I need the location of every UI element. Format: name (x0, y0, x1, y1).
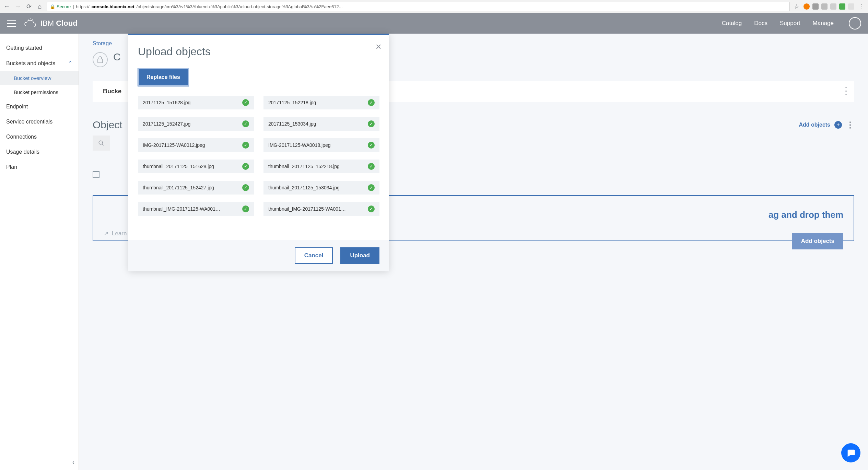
sidebar-item-credentials[interactable]: Service credentials (0, 114, 79, 129)
success-check-icon: ✓ (242, 184, 249, 191)
nav-docs[interactable]: Docs (754, 20, 767, 27)
browser-home-button[interactable]: ⌂ (36, 2, 44, 11)
extension-icon[interactable] (848, 3, 854, 10)
sidebar-collapse-icon[interactable]: ‹ (72, 459, 74, 466)
search-icon[interactable] (93, 136, 110, 151)
browser-back-button[interactable]: ← (3, 2, 11, 11)
file-name: 20171125_153034.jpg (268, 121, 316, 127)
sidebar-item-bucket-overview[interactable]: Bucket overview (0, 71, 79, 85)
file-list: 20171125_151628.jpg✓ 20171125_152218.jpg… (138, 96, 379, 216)
cancel-button[interactable]: Cancel (295, 247, 333, 264)
svg-point-4 (99, 141, 103, 144)
brand[interactable]: IBM Cloud (24, 18, 78, 28)
drop-text-fragment: ag and drop them (769, 210, 843, 220)
sidebar-item-label: Buckets and objects (6, 60, 55, 67)
storage-lock-icon (93, 52, 108, 67)
success-check-icon: ✓ (368, 120, 375, 127)
browser-menu-icon[interactable]: ⋮ (857, 2, 865, 11)
select-all-checkbox[interactable] (93, 171, 99, 178)
secure-indicator: 🔒 Secure (50, 4, 71, 9)
plus-icon[interactable]: + (834, 121, 842, 129)
file-row: thumbnail_20171125_152427.jpg✓ (138, 181, 254, 195)
external-link-icon: ↗ (104, 230, 108, 237)
file-name: thumbnail_20171125_152218.jpg (268, 164, 340, 169)
svg-rect-3 (98, 59, 103, 63)
nav-manage[interactable]: Manage (813, 20, 834, 27)
file-row: 20171125_151628.jpg✓ (138, 96, 254, 109)
file-row: thumbnail_IMG-20171125-WA0018.jpeg✓ (263, 202, 379, 216)
modal-title: Upload objects (138, 45, 379, 58)
lock-icon: 🔒 (50, 4, 55, 9)
storage-title-truncated: C (113, 51, 121, 63)
url-protocol: https:// (76, 4, 90, 9)
extension-icon[interactable] (821, 3, 828, 10)
file-row: thumbnail_IMG-20171125-WA0012.jpeg✓ (138, 202, 254, 216)
success-check-icon: ✓ (368, 163, 375, 170)
file-name: 20171125_151628.jpg (143, 100, 190, 105)
file-name: thumbnail_IMG-20171125-WA0012.jpeg (143, 206, 222, 212)
extension-icons (804, 3, 854, 10)
close-icon[interactable]: ✕ (375, 43, 382, 51)
success-check-icon: ✓ (368, 205, 375, 212)
extension-icon[interactable] (830, 3, 836, 10)
file-name: thumbnail_20171125_152427.jpg (143, 185, 214, 190)
brand-prefix: IBM (40, 19, 54, 27)
chat-fab[interactable] (841, 443, 860, 462)
extension-icon[interactable] (839, 3, 845, 10)
file-row: IMG-20171125-WA0012.jpeg✓ (138, 138, 254, 152)
overflow-menu-icon[interactable]: ⋮ (846, 120, 854, 130)
file-row: thumbnail_20171125_152218.jpg✓ (263, 160, 379, 173)
browser-forward-button[interactable]: → (14, 2, 22, 11)
upload-button[interactable]: Upload (340, 247, 379, 264)
user-avatar[interactable] (849, 17, 861, 30)
replace-files-button[interactable]: Replace files (138, 68, 189, 86)
file-name: thumbnail_20171125_153034.jpg (268, 185, 340, 190)
success-check-icon: ✓ (368, 99, 375, 106)
success-check-icon: ✓ (242, 163, 249, 170)
secure-label: Secure (57, 4, 71, 9)
add-objects-button[interactable]: Add objects (792, 233, 843, 249)
sidebar-item-getting-started[interactable]: Getting started (0, 40, 79, 56)
extension-icon[interactable] (812, 3, 819, 10)
file-row: 20171125_153034.jpg✓ (263, 117, 379, 131)
star-icon[interactable]: ☆ (793, 2, 801, 11)
browser-toolbar: ← → ⟳ ⌂ 🔒 Secure | https:// console.blue… (0, 0, 868, 13)
sidebar-item-buckets[interactable]: Buckets and objects ⌃ (0, 56, 79, 71)
success-check-icon: ✓ (242, 205, 249, 212)
upload-modal: ✕ Upload objects Replace files 20171125_… (128, 34, 389, 271)
file-row: thumbnail_20171125_153034.jpg✓ (263, 181, 379, 195)
extension-icon[interactable] (804, 3, 810, 10)
url-host: console.bluemix.net (92, 4, 134, 9)
ibm-cloud-header: IBM Cloud Catalog Docs Support Manage (0, 13, 868, 34)
bucket-label-truncated: Bucke (103, 88, 121, 95)
file-name: IMG-20171125-WA0012.jpeg (143, 142, 205, 148)
svg-line-5 (102, 144, 104, 145)
hamburger-menu-icon[interactable] (7, 20, 16, 27)
sidebar-item-connections[interactable]: Connections (0, 129, 79, 144)
sidebar: Getting started Buckets and objects ⌃ Bu… (0, 34, 79, 470)
sidebar-item-endpoint[interactable]: Endpoint (0, 99, 79, 114)
file-name: thumbnail_IMG-20171125-WA0018.jpeg (268, 206, 347, 212)
browser-url-bar[interactable]: 🔒 Secure | https:// console.bluemix.net … (47, 2, 790, 11)
file-name: 20171125_152427.jpg (143, 121, 190, 127)
file-row: IMG-20171125-WA0018.jpeg✓ (263, 138, 379, 152)
objects-heading: Object (93, 119, 122, 131)
nav-support[interactable]: Support (780, 20, 800, 27)
browser-reload-button[interactable]: ⟳ (25, 2, 33, 11)
nav-catalog[interactable]: Catalog (722, 20, 742, 27)
sidebar-item-bucket-permissions[interactable]: Bucket permissions (0, 85, 79, 99)
chevron-up-icon: ⌃ (68, 60, 72, 67)
file-row: thumbnail_20171125_151628.jpg✓ (138, 160, 254, 173)
brand-bold: Cloud (56, 19, 77, 27)
success-check-icon: ✓ (368, 142, 375, 149)
sidebar-item-plan[interactable]: Plan (0, 160, 79, 175)
file-name: 20171125_152218.jpg (268, 100, 316, 105)
overflow-menu-icon[interactable]: ⋮ (841, 85, 851, 96)
success-check-icon: ✓ (242, 120, 249, 127)
sidebar-item-usage[interactable]: Usage details (0, 144, 79, 160)
modal-footer: Cancel Upload (128, 240, 389, 271)
add-objects-link[interactable]: Add objects (799, 122, 830, 128)
header-nav: Catalog Docs Support Manage (722, 20, 834, 27)
file-row: 20171125_152427.jpg✓ (138, 117, 254, 131)
file-name: IMG-20171125-WA0018.jpeg (268, 142, 331, 148)
